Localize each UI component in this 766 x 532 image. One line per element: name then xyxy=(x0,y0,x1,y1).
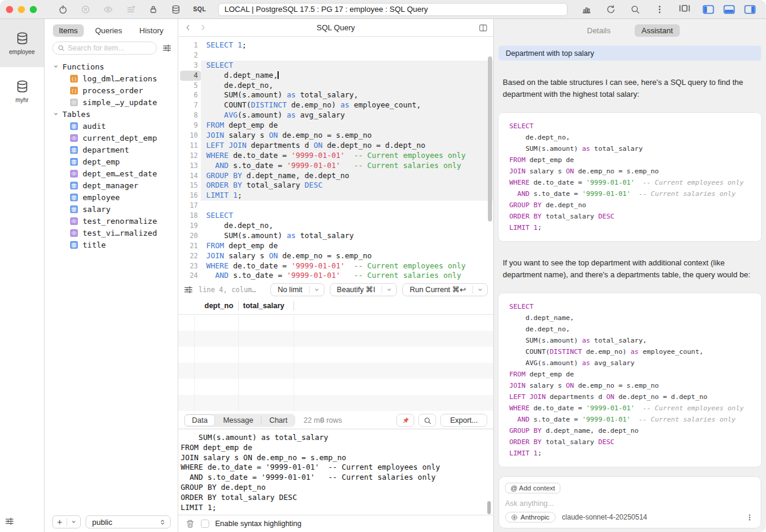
window-mode-icon[interactable] xyxy=(679,2,691,14)
preview-icon[interactable] xyxy=(103,5,113,14)
line-content[interactable]: d.dept_name, xyxy=(201,71,493,81)
tree-item-test_virmalized[interactable]: test_vi…rmalized xyxy=(45,227,178,239)
database-icon[interactable] xyxy=(171,5,181,14)
line-content[interactable]: WHERE de.to_date = '9999-01-01' -- Curre… xyxy=(201,261,493,271)
line-content[interactable] xyxy=(201,50,493,61)
search-input[interactable]: Search for item... xyxy=(52,42,157,55)
editor-line-19[interactable]: 19 de.dept_no, xyxy=(178,221,493,231)
panel-right-icon[interactable] xyxy=(744,4,756,15)
tree-item-test_renormalize[interactable]: test_renormalize xyxy=(45,215,178,227)
tree-item-department[interactable]: department xyxy=(45,144,178,156)
line-content[interactable]: FROM dept_emp de xyxy=(201,241,493,251)
window-title-field[interactable]: LOCAL | PostgreSQL 17.5 : PG 17 : employ… xyxy=(218,3,568,16)
editor-filter-icon[interactable] xyxy=(184,285,193,294)
editor-line-17[interactable]: 17 xyxy=(178,201,493,211)
limit-button[interactable]: No limit xyxy=(270,283,324,296)
export-button[interactable]: Export... xyxy=(440,414,487,427)
chart-icon[interactable] xyxy=(582,5,591,14)
ask-input-placeholder[interactable]: Ask anything... xyxy=(505,499,755,508)
editor-line-5[interactable]: 5 de.dept_no, xyxy=(178,81,493,91)
line-content[interactable]: AND s.to_date = '9999-01-01' -- Current … xyxy=(201,161,493,171)
line-content[interactable]: de.dept_no, xyxy=(201,221,493,231)
tab-assistant[interactable]: Assistant xyxy=(635,24,680,37)
line-content[interactable]: SUM(s.amount) as total_salary xyxy=(201,231,493,241)
panel-bottom-icon[interactable] xyxy=(723,4,735,15)
line-content[interactable]: LEFT JOIN departments d ON de.dept_no = … xyxy=(201,141,493,151)
log-scrollbar[interactable] xyxy=(487,501,491,514)
refresh-icon[interactable] xyxy=(606,5,616,14)
code-editor[interactable]: 1SELECT 1;23SELECT4 d.dept_name,5 de.dep… xyxy=(178,37,493,282)
tree-item-employee[interactable]: employee xyxy=(45,191,178,203)
line-content[interactable]: AVG(s.amount) as avg_salary xyxy=(201,110,493,121)
editor-line-24[interactable]: 24 AND s.to_date = '9999-01-01' -- Curre… xyxy=(178,271,493,281)
pin-button[interactable] xyxy=(396,414,414,427)
beautify-button[interactable]: Beautify ⌘I xyxy=(330,283,398,296)
tree-item-dept_emest_date[interactable]: dept_em…est_date xyxy=(45,167,178,179)
connection-myhr[interactable]: myhr xyxy=(0,67,44,115)
tab-items[interactable]: Items xyxy=(53,24,84,37)
tree-item-dept_emp[interactable]: dept_emp xyxy=(45,156,178,167)
tree-item-simple_y_update[interactable]: simple_…y_update xyxy=(45,96,178,108)
connect-icon[interactable] xyxy=(58,5,68,14)
provider-select[interactable]: Anthropic xyxy=(505,512,556,522)
line-content[interactable]: FROM dept_emp de xyxy=(201,121,493,131)
editor-line-2[interactable]: 2 xyxy=(178,50,493,61)
forward-icon[interactable] xyxy=(199,24,207,31)
line-content[interactable]: JOIN salary s ON de.emp_no = s.emp_no xyxy=(201,251,493,261)
panel-left-icon[interactable] xyxy=(702,4,714,15)
editor-line-8[interactable]: 8 AVG(s.amount) as avg_salary xyxy=(178,110,493,121)
editor-line-23[interactable]: 23WHERE de.to_date = '9999-01-01' -- Cur… xyxy=(178,261,493,271)
editor-line-10[interactable]: 10JOIN salary s ON de.emp_no = s.emp_no xyxy=(178,131,493,141)
line-content[interactable]: ORDER BY total_salary DESC xyxy=(201,180,493,191)
line-content[interactable]: SELECT 1; xyxy=(201,40,493,50)
connection-employee[interactable]: employee xyxy=(0,19,44,67)
line-content[interactable] xyxy=(201,201,493,211)
editor-line-13[interactable]: 13 AND s.to_date = '9999-01-01' -- Curre… xyxy=(178,161,493,171)
editor-line-20[interactable]: 20 SUM(s.amount) as total_salary xyxy=(178,231,493,241)
sidebar-filter-icon[interactable] xyxy=(162,43,172,53)
editor-line-3[interactable]: 3SELECT xyxy=(178,61,493,71)
connection-filter-icon[interactable] xyxy=(5,517,14,526)
editor-line-16[interactable]: 16LIMIT 1; xyxy=(178,191,493,201)
editor-line-6[interactable]: 6 SUM(s.amount) as total_salary, xyxy=(178,90,493,100)
zoom-button[interactable] xyxy=(30,6,37,13)
back-icon[interactable] xyxy=(184,24,192,31)
trash-icon[interactable] xyxy=(185,519,195,528)
tab-data[interactable]: Data xyxy=(184,414,215,426)
editor-line-11[interactable]: 11LEFT JOIN departments d ON de.dept_no … xyxy=(178,141,493,151)
column-header[interactable]: dept_no xyxy=(204,302,234,310)
editor-line-14[interactable]: 14GROUP BY d.dept_name, de.dept_no xyxy=(178,171,493,181)
line-content[interactable]: WHERE de.to_date = '9999-01-01' -- Curre… xyxy=(201,151,493,161)
editor-line-1[interactable]: 1SELECT 1; xyxy=(178,40,493,50)
syntax-highlight-checkbox[interactable] xyxy=(201,520,209,528)
editor-line-18[interactable]: 18SELECT xyxy=(178,211,493,221)
tree-item-log_dmlerations[interactable]: ()log_dml…erations xyxy=(45,72,178,84)
line-content[interactable]: COUNT(DISTINCT de.emp_no) as employee_co… xyxy=(201,100,493,110)
tab-chart[interactable]: Chart xyxy=(261,414,295,426)
editor-line-7[interactable]: 7 COUNT(DISTINCT de.emp_no) as employee_… xyxy=(178,100,493,110)
add-context-chip[interactable]: @ Add context xyxy=(505,483,560,493)
tree-item-title[interactable]: title xyxy=(45,239,178,251)
schema-select[interactable]: public xyxy=(86,515,171,528)
more-kebab-icon[interactable] xyxy=(655,5,664,14)
split-view-icon[interactable] xyxy=(478,23,488,33)
tree-item-dept_manager[interactable]: dept_manager xyxy=(45,179,178,191)
lock-icon[interactable] xyxy=(149,5,158,14)
editor-line-15[interactable]: 15ORDER BY total_salary DESC xyxy=(178,180,493,191)
tree-section-functions[interactable]: Functions xyxy=(45,61,178,72)
editor-line-21[interactable]: 21FROM dept_emp de xyxy=(178,241,493,251)
editor-line-9[interactable]: 9FROM dept_emp de xyxy=(178,121,493,131)
line-content[interactable]: AND s.to_date = '9999-01-01' -- Current … xyxy=(201,271,493,281)
line-content[interactable]: SELECT xyxy=(201,211,493,221)
add-item-button[interactable]: + xyxy=(52,515,81,528)
line-content[interactable]: SUM(s.amount) as total_salary, xyxy=(201,90,493,100)
run-current-button[interactable]: Run Current ⌘↩ xyxy=(402,283,488,296)
line-content[interactable]: de.dept_no, xyxy=(201,81,493,91)
tree-item-audit[interactable]: audit xyxy=(45,120,178,132)
line-content[interactable]: LIMIT 1; xyxy=(201,191,493,201)
assistant-more-icon[interactable] xyxy=(746,514,754,521)
editor-line-22[interactable]: 22JOIN salary s ON de.emp_no = s.emp_no xyxy=(178,251,493,261)
column-header[interactable]: total_salary xyxy=(243,302,284,310)
tab-details[interactable]: Details xyxy=(580,24,618,37)
minimize-button[interactable] xyxy=(18,6,25,13)
